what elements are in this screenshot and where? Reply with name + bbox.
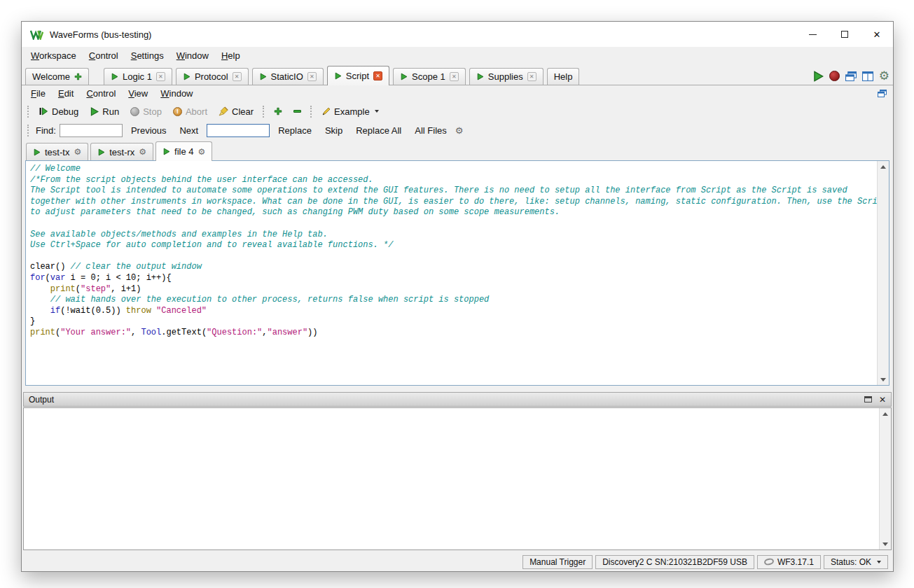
manual-trigger-button[interactable]: Manual Trigger bbox=[522, 555, 593, 569]
scroll-up-icon[interactable] bbox=[878, 161, 889, 172]
clear-button[interactable]: Clear bbox=[214, 104, 258, 119]
output-content[interactable] bbox=[24, 408, 879, 550]
play-all-icon[interactable] bbox=[812, 71, 824, 82]
debug-button[interactable]: Debug bbox=[34, 104, 83, 119]
instrument-tab-protocol[interactable]: Protocol✕ bbox=[176, 68, 249, 85]
device-label: Discovery2 C SN:210321B2DF59 USB bbox=[602, 557, 747, 567]
splitter-handle[interactable] bbox=[22, 386, 893, 392]
code-line: Use Ctrl+Space for auto completion and t… bbox=[30, 240, 877, 251]
tab-label: Script bbox=[346, 71, 369, 81]
file-tab-file-4[interactable]: file 4⚙ bbox=[155, 141, 212, 161]
tab-label: Scope 1 bbox=[412, 71, 445, 82]
tab-label: Protocol bbox=[195, 71, 228, 82]
close-button[interactable]: ✕ bbox=[861, 22, 893, 47]
device-info-button[interactable]: Discovery2 C SN:210321B2DF59 USB bbox=[595, 555, 754, 569]
tab-close-icon[interactable]: ✕ bbox=[450, 72, 459, 81]
play-icon bbox=[97, 148, 105, 156]
record-icon[interactable] bbox=[829, 71, 840, 81]
tab-close-icon[interactable]: ✕ bbox=[156, 72, 165, 81]
replace-all-button[interactable]: Replace All bbox=[351, 123, 406, 138]
run-button[interactable]: Run bbox=[85, 104, 124, 119]
menu-window[interactable]: Window bbox=[170, 48, 215, 64]
play-icon bbox=[400, 73, 408, 80]
editor-scrollbar[interactable] bbox=[877, 161, 889, 385]
script-menubar: FileEditControlViewWindow bbox=[22, 85, 893, 102]
instrument-tab-staticio[interactable]: StaticIO✕ bbox=[252, 68, 324, 85]
abort-button[interactable]: ! Abort bbox=[168, 104, 212, 119]
tab-close-icon[interactable]: ✕ bbox=[233, 72, 242, 81]
tab-close-icon[interactable]: ✕ bbox=[373, 71, 382, 80]
instrument-tab-help[interactable]: Help bbox=[547, 68, 580, 85]
instrument-tab-logic-1[interactable]: Logic 1✕ bbox=[104, 68, 172, 85]
instrument-tab-welcome[interactable]: Welcome bbox=[25, 68, 89, 85]
stop-button[interactable]: Stop bbox=[125, 104, 167, 119]
close-panel-icon[interactable]: ✕ bbox=[879, 396, 886, 404]
next-button[interactable]: Next bbox=[174, 123, 203, 138]
findbar-grip[interactable] bbox=[27, 125, 29, 136]
file-settings-gear-icon[interactable]: ⚙ bbox=[198, 148, 206, 156]
file-tab-label: test-tx bbox=[45, 147, 69, 158]
tile-windows-icon[interactable] bbox=[862, 71, 873, 81]
cascade-windows-icon[interactable] bbox=[845, 71, 857, 81]
options-gear-icon[interactable]: ⚙ bbox=[879, 70, 889, 82]
file-tab-test-tx[interactable]: test-tx⚙ bbox=[26, 143, 88, 160]
toolbar-grip[interactable] bbox=[310, 106, 312, 118]
file-settings-gear-icon[interactable]: ⚙ bbox=[74, 148, 81, 156]
find-input[interactable] bbox=[60, 124, 123, 137]
add-file-button[interactable] bbox=[269, 105, 287, 118]
run-label: Run bbox=[102, 106, 119, 117]
minimize-button[interactable] bbox=[796, 22, 829, 47]
code-line: See available objects/methods and exampl… bbox=[30, 230, 877, 241]
instrument-tabbar: WelcomeLogic 1✕Protocol✕StaticIO✕Script✕… bbox=[22, 64, 893, 85]
output-scrollbar[interactable] bbox=[879, 408, 891, 550]
all-files-button[interactable]: All Files bbox=[410, 123, 452, 138]
tab-label: Supplies bbox=[488, 71, 523, 82]
script-menu-view[interactable]: View bbox=[122, 85, 154, 102]
menu-help[interactable]: Help bbox=[215, 48, 247, 64]
file-tab-label: test-rx bbox=[109, 147, 134, 158]
skip-button[interactable]: Skip bbox=[320, 123, 347, 138]
play-icon bbox=[111, 73, 118, 80]
scroll-down-icon[interactable] bbox=[880, 538, 891, 550]
tab-close-icon[interactable]: ✕ bbox=[307, 72, 317, 81]
instrument-tab-scope-1[interactable]: Scope 1✕ bbox=[393, 68, 466, 85]
previous-button[interactable]: Previous bbox=[126, 123, 172, 138]
script-menu-window[interactable]: Window bbox=[154, 85, 199, 102]
tab-close-icon[interactable]: ✕ bbox=[527, 72, 536, 81]
code-line: The Script tool is intended to automate … bbox=[30, 186, 877, 197]
status-indicator-button[interactable]: Status: OK bbox=[824, 555, 888, 569]
find-options-gear-icon[interactable]: ⚙ bbox=[455, 126, 464, 135]
menu-control[interactable]: Control bbox=[83, 48, 125, 64]
script-menu-edit[interactable]: Edit bbox=[52, 85, 80, 102]
float-panel-icon[interactable] bbox=[864, 396, 872, 402]
waveforms-window: WaveForms (bus-testing) ✕ WorkspaceContr… bbox=[21, 21, 894, 572]
titlebar[interactable]: WaveForms (bus-testing) ✕ bbox=[22, 22, 893, 47]
undock-icon[interactable] bbox=[878, 90, 887, 97]
code-editor: // Welcome/*From the script objects behi… bbox=[25, 160, 889, 386]
maximize-button[interactable] bbox=[829, 22, 861, 47]
scroll-down-icon[interactable] bbox=[878, 374, 889, 385]
script-menu-file[interactable]: File bbox=[25, 85, 52, 102]
example-button[interactable]: Example bbox=[317, 104, 384, 119]
code-area[interactable]: // Welcome/*From the script objects behi… bbox=[26, 161, 877, 385]
wf-logo-icon bbox=[763, 558, 775, 566]
replace-button[interactable]: Replace bbox=[273, 123, 317, 138]
file-tab-test-rx[interactable]: test-rx⚙ bbox=[90, 143, 153, 160]
file-settings-gear-icon[interactable]: ⚙ bbox=[139, 148, 146, 156]
toolbar-grip[interactable] bbox=[263, 106, 265, 118]
toolbar-grip[interactable] bbox=[27, 106, 29, 118]
scroll-up-icon[interactable] bbox=[880, 408, 891, 419]
play-icon bbox=[334, 72, 342, 80]
menu-settings[interactable]: Settings bbox=[125, 48, 170, 64]
menu-workspace[interactable]: Workspace bbox=[25, 48, 83, 64]
chevron-down-icon bbox=[877, 561, 881, 564]
version-button[interactable]: WF3.17.1 bbox=[757, 555, 821, 569]
tab-label: StaticIO bbox=[271, 71, 303, 82]
output-dock-header[interactable]: Output ✕ bbox=[23, 392, 892, 407]
instrument-tab-script[interactable]: Script✕ bbox=[327, 66, 389, 85]
replace-input[interactable] bbox=[207, 124, 270, 137]
instrument-tab-supplies[interactable]: Supplies✕ bbox=[469, 68, 543, 85]
remove-file-button[interactable] bbox=[289, 108, 306, 115]
script-menu-control[interactable]: Control bbox=[80, 85, 122, 102]
tab-label: Help bbox=[554, 71, 573, 82]
